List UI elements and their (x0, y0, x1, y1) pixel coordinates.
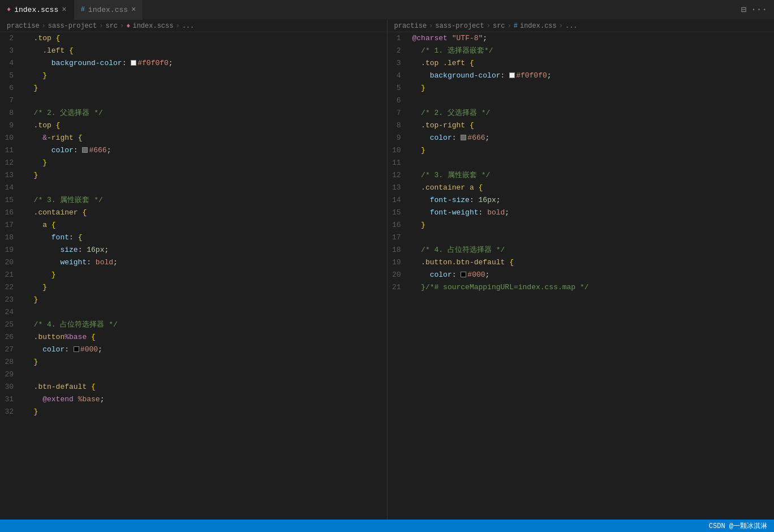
attribution-text: CSDN @一颗冰淇淋 (709, 521, 767, 531)
table-row: 21 } (0, 269, 387, 281)
table-row: 32 } (0, 406, 387, 418)
table-row: 5 } (0, 70, 387, 82)
table-row: 25 /* 4. 占位符选择器 */ (0, 319, 387, 331)
css-tab[interactable]: # index.css × (74, 0, 144, 20)
table-row: 28 } (0, 356, 387, 368)
table-row: 16 .container { (0, 207, 387, 219)
table-row: 29 (0, 368, 387, 381)
table-row: 27 color: #000; (0, 344, 387, 356)
tab-bar: ♦ index.scss × # index.css × ⊟ ··· (0, 0, 774, 20)
table-row: 3 .top .left { (388, 57, 775, 70)
table-row: 8 .top-right { (388, 119, 775, 132)
table-row: 1@charset "UTF-8"; (388, 32, 775, 45)
table-row: 13 .container a { (388, 182, 775, 194)
table-row: 18 font: { (0, 231, 387, 244)
table-row: 7 /* 2. 父选择器 */ (388, 107, 775, 119)
scss-editor-pane: practise › sass-project › src › ♦ index.… (0, 20, 387, 520)
tab-actions: ⊟ ··· (734, 4, 774, 15)
table-row: 4 background-color: #f0f0f0; (388, 70, 775, 82)
table-row: 15 font-weight: bold; (388, 207, 775, 219)
table-row: 2 /* 1. 选择器嵌套*/ (388, 45, 775, 57)
css-icon: # (81, 6, 85, 14)
table-row: 16 } (388, 219, 775, 231)
table-row: 7 (0, 95, 387, 107)
table-row: 14 (0, 182, 387, 194)
table-row: 9 .top { (0, 119, 387, 132)
table-row: 5 } (388, 82, 775, 95)
table-row: 24 (0, 306, 387, 319)
table-row: 14 font-size: 16px; (388, 194, 775, 207)
table-row: 17 (388, 231, 775, 244)
scss-tab-close[interactable]: × (62, 5, 66, 14)
scss-code-area[interactable]: 2 .top {3 .left {4 background-color: #f0… (0, 32, 387, 520)
table-row: 6 } (0, 82, 387, 95)
table-row: 9 color: #666; (388, 132, 775, 144)
table-row: 19 size: 16px; (0, 244, 387, 256)
table-row: 30 .btn-default { (0, 381, 387, 393)
table-row: 8 /* 2. 父选择器 */ (0, 107, 387, 119)
table-row: 4 background-color: #f0f0f0; (0, 57, 387, 70)
table-row: 13 } (0, 169, 387, 182)
split-editor-icon[interactable]: ⊟ (741, 4, 747, 15)
table-row: 12 /* 3. 属性嵌套 */ (388, 169, 775, 182)
scss-tab-label: index.scss (14, 6, 58, 14)
table-row: 10 &-right { (0, 132, 387, 144)
table-row: 20 weight: bold; (0, 256, 387, 269)
table-row: 11 (388, 157, 775, 169)
table-row: 3 .left { (0, 45, 387, 57)
table-row: 11 color: #666; (0, 144, 387, 157)
scss-breadcrumb: practise › sass-project › src › ♦ index.… (0, 20, 387, 32)
table-row: 15 /* 3. 属性嵌套 */ (0, 194, 387, 207)
scss-tab[interactable]: ♦ index.scss × (0, 0, 74, 20)
more-actions-icon[interactable]: ··· (751, 5, 767, 15)
css-code-area[interactable]: 1@charset "UTF-8";2 /* 1. 选择器嵌套*/3 .top … (388, 32, 775, 520)
css-breadcrumb: practise › sass-project › src › # index.… (388, 20, 775, 32)
table-row: 31 @extend %base; (0, 393, 387, 406)
table-row: 21 }/*# sourceMappingURL=index.css.map *… (388, 281, 775, 294)
table-row: 26 .button%base { (0, 331, 387, 344)
css-breadcrumb-icon: # (514, 22, 518, 30)
css-tab-close[interactable]: × (131, 5, 136, 14)
scss-icon: ♦ (7, 6, 11, 14)
table-row: 18 /* 4. 占位符选择器 */ (388, 244, 775, 256)
status-bar: CSDN @一颗冰淇淋 (0, 520, 774, 532)
table-row: 19 .button.btn-default { (388, 256, 775, 269)
table-row: 2 .top { (0, 32, 387, 45)
scss-breadcrumb-icon: ♦ (126, 22, 130, 30)
table-row: 17 a { (0, 219, 387, 231)
editors-container: practise › sass-project › src › ♦ index.… (0, 20, 774, 520)
table-row: 22 } (0, 281, 387, 294)
css-editor-pane: practise › sass-project › src › # index.… (387, 20, 775, 520)
table-row: 10 } (388, 144, 775, 157)
table-row: 12 } (0, 157, 387, 169)
css-tab-label: index.css (88, 6, 128, 14)
table-row: 23 } (0, 294, 387, 306)
table-row: 6 (388, 95, 775, 107)
table-row: 20 color: #000; (388, 269, 775, 281)
